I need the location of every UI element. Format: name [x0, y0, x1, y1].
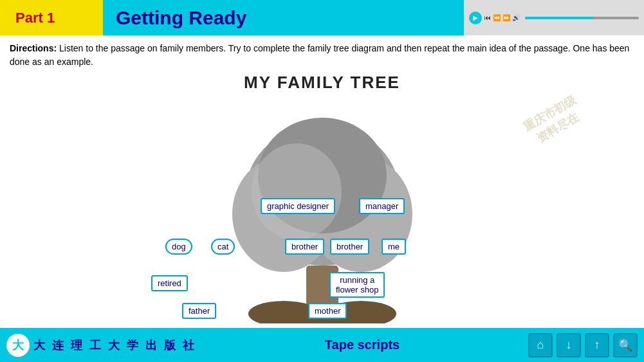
content-area: Directions: Listen to the passage on fam… — [0, 35, 644, 328]
upload-icon[interactable]: ↑ — [585, 333, 609, 357]
play-button[interactable]: ▶ — [469, 12, 482, 24]
media-controls: ⏮ ⏪ ⏩ 🔊 — [484, 14, 520, 21]
search-icon[interactable]: 🔍 — [613, 333, 638, 357]
volume-button[interactable]: 🔊 — [512, 14, 520, 21]
header: Part 1 Getting Ready ▶ ⏮ ⏪ ⏩ 🔊 — [0, 0, 644, 35]
footer-icons: ⌂ ↓ ↑ 🔍 — [522, 333, 644, 357]
me-label: me — [382, 239, 406, 255]
prev-button[interactable]: ⏮ — [484, 14, 491, 21]
download-icon[interactable]: ↓ — [557, 333, 581, 357]
directions-text: Listen to the passage on family members.… — [10, 43, 629, 67]
rewind-button[interactable]: ⏪ — [493, 14, 501, 21]
forward-button[interactable]: ⏩ — [502, 14, 510, 21]
graphic-designer-label: graphic designer — [261, 198, 335, 214]
progress-bar[interactable] — [525, 17, 639, 19]
part-label: Part 1 — [15, 10, 55, 26]
watermark: 重庆市初级资料尽在 — [520, 93, 587, 150]
svg-point-8 — [252, 143, 342, 240]
tree-title: MY FAMILY TREE — [244, 73, 400, 93]
dog-label: dog — [165, 239, 192, 255]
footer-center: Tape scripts — [203, 338, 522, 352]
mother-label: mother — [308, 303, 347, 319]
manager-label: manager — [359, 198, 405, 214]
logo-text: 大 连 理 工 大 学 出 版 社 — [33, 338, 196, 353]
brother-right-label: brother — [330, 239, 369, 255]
footer-logo: 大 大 连 理 工 大 学 出 版 社 — [0, 334, 203, 357]
progress-fill — [525, 17, 593, 19]
media-player: ▶ ⏮ ⏪ ⏩ 🔊 — [464, 0, 644, 35]
cat-label: cat — [211, 239, 235, 255]
directions: Directions: Listen to the passage on fam… — [10, 42, 634, 69]
retired-label: retired — [151, 275, 188, 291]
tree-container: MY FAMILY TREE graphic designer manager — [10, 73, 634, 323]
part-badge: Part 1 — [0, 0, 103, 35]
logo-circle: 大 — [6, 334, 30, 357]
father-label: father — [182, 303, 216, 319]
footer: 大 大 连 理 工 大 学 出 版 社 Tape scripts ⌂ ↓ ↑ 🔍 — [0, 328, 644, 362]
page-title: Getting Ready — [116, 7, 246, 29]
running-flower-shop-label: running a flower shop — [329, 272, 385, 298]
tape-scripts-label: Tape scripts — [325, 338, 400, 352]
header-title: Getting Ready — [103, 0, 464, 35]
home-icon[interactable]: ⌂ — [528, 333, 553, 357]
brother-left-label: brother — [285, 239, 324, 255]
directions-prefix: Directions: — [10, 43, 57, 53]
